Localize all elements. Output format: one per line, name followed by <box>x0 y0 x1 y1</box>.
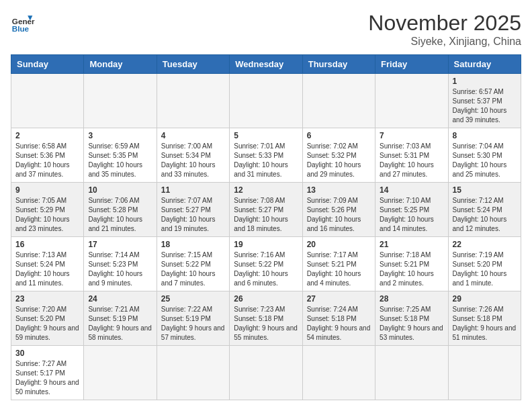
day-info: Sunrise: 7:15 AM Sunset: 5:22 PM Dayligh… <box>161 250 225 288</box>
calendar-cell: 9Sunrise: 7:05 AM Sunset: 5:29 PM Daylig… <box>11 183 84 237</box>
calendar-cell <box>157 74 229 128</box>
day-info: Sunrise: 7:22 AM Sunset: 5:19 PM Dayligh… <box>161 305 225 342</box>
day-number: 15 <box>453 185 517 195</box>
calendar-cell: 23Sunrise: 7:20 AM Sunset: 5:20 PM Dayli… <box>11 291 84 346</box>
calendar-week-row: 30Sunrise: 7:27 AM Sunset: 5:17 PM Dayli… <box>11 346 521 400</box>
calendar-cell <box>230 346 302 400</box>
day-number: 11 <box>161 185 225 195</box>
location-title: Siyeke, Xinjiang, China <box>368 36 521 48</box>
calendar-week-row: 23Sunrise: 7:20 AM Sunset: 5:20 PM Dayli… <box>11 291 521 346</box>
calendar-cell: 15Sunrise: 7:12 AM Sunset: 5:24 PM Dayli… <box>448 183 521 237</box>
calendar-cell: 17Sunrise: 7:14 AM Sunset: 5:23 PM Dayli… <box>84 237 157 291</box>
day-info: Sunrise: 6:59 AM Sunset: 5:35 PM Dayligh… <box>88 142 152 179</box>
weekday-header-row: SundayMondayTuesdayWednesdayThursdayFrid… <box>11 55 521 74</box>
day-info: Sunrise: 7:24 AM Sunset: 5:18 PM Dayligh… <box>307 305 371 342</box>
day-number: 2 <box>15 131 79 140</box>
calendar-cell: 1Sunrise: 6:57 AM Sunset: 5:37 PM Daylig… <box>448 74 521 128</box>
calendar-cell: 26Sunrise: 7:23 AM Sunset: 5:18 PM Dayli… <box>230 291 302 346</box>
calendar-cell <box>157 346 229 400</box>
month-title: November 2025 <box>368 11 521 36</box>
calendar-cell: 20Sunrise: 7:17 AM Sunset: 5:21 PM Dayli… <box>302 237 375 291</box>
day-info: Sunrise: 7:16 AM Sunset: 5:22 PM Dayligh… <box>234 250 298 288</box>
weekday-header-sunday: Sunday <box>11 55 84 74</box>
calendar-cell: 21Sunrise: 7:18 AM Sunset: 5:21 PM Dayli… <box>375 237 448 291</box>
day-number: 29 <box>453 294 517 304</box>
day-info: Sunrise: 7:20 AM Sunset: 5:20 PM Dayligh… <box>15 305 79 342</box>
day-number: 3 <box>88 131 152 140</box>
calendar-cell: 19Sunrise: 7:16 AM Sunset: 5:22 PM Dayli… <box>230 237 302 291</box>
day-info: Sunrise: 7:23 AM Sunset: 5:18 PM Dayligh… <box>234 305 298 342</box>
day-number: 18 <box>161 240 225 249</box>
calendar-cell: 30Sunrise: 7:27 AM Sunset: 5:17 PM Dayli… <box>11 346 84 400</box>
logo-icon: General Blue <box>11 11 35 35</box>
day-info: Sunrise: 7:27 AM Sunset: 5:17 PM Dayligh… <box>15 359 79 397</box>
weekday-header-thursday: Thursday <box>302 55 375 74</box>
day-info: Sunrise: 7:09 AM Sunset: 5:26 PM Dayligh… <box>307 196 371 234</box>
day-number: 24 <box>88 294 152 304</box>
calendar-cell <box>302 346 375 400</box>
calendar-cell <box>448 346 521 400</box>
svg-text:Blue: Blue <box>12 24 30 33</box>
calendar-cell <box>230 74 302 128</box>
logo: General Blue <box>11 11 35 35</box>
day-info: Sunrise: 7:07 AM Sunset: 5:27 PM Dayligh… <box>161 196 225 234</box>
calendar-cell: 10Sunrise: 7:06 AM Sunset: 5:28 PM Dayli… <box>84 183 157 237</box>
day-info: Sunrise: 7:25 AM Sunset: 5:18 PM Dayligh… <box>380 305 443 342</box>
calendar-cell <box>375 346 448 400</box>
day-number: 6 <box>307 131 371 140</box>
calendar-cell <box>302 74 375 128</box>
day-number: 28 <box>380 294 443 304</box>
calendar-cell <box>84 346 157 400</box>
day-number: 1 <box>453 77 517 86</box>
calendar-cell: 29Sunrise: 7:26 AM Sunset: 5:18 PM Dayli… <box>448 291 521 346</box>
calendar-cell: 27Sunrise: 7:24 AM Sunset: 5:18 PM Dayli… <box>302 291 375 346</box>
weekday-header-tuesday: Tuesday <box>157 55 229 74</box>
calendar-cell: 13Sunrise: 7:09 AM Sunset: 5:26 PM Dayli… <box>302 183 375 237</box>
day-number: 20 <box>307 240 371 249</box>
calendar-cell: 24Sunrise: 7:21 AM Sunset: 5:19 PM Dayli… <box>84 291 157 346</box>
calendar-cell: 22Sunrise: 7:19 AM Sunset: 5:20 PM Dayli… <box>448 237 521 291</box>
day-number: 12 <box>234 185 298 195</box>
day-info: Sunrise: 7:01 AM Sunset: 5:33 PM Dayligh… <box>234 142 298 179</box>
calendar: SundayMondayTuesdayWednesdayThursdayFrid… <box>11 54 521 400</box>
calendar-cell: 3Sunrise: 6:59 AM Sunset: 5:35 PM Daylig… <box>84 128 157 183</box>
calendar-cell: 2Sunrise: 6:58 AM Sunset: 5:36 PM Daylig… <box>11 128 84 183</box>
day-info: Sunrise: 7:00 AM Sunset: 5:34 PM Dayligh… <box>161 142 225 179</box>
title-area: November 2025 Siyeke, Xinjiang, China <box>368 11 521 48</box>
day-info: Sunrise: 7:18 AM Sunset: 5:21 PM Dayligh… <box>380 250 443 288</box>
day-info: Sunrise: 7:04 AM Sunset: 5:30 PM Dayligh… <box>453 142 517 179</box>
day-number: 14 <box>380 185 443 195</box>
calendar-week-row: 2Sunrise: 6:58 AM Sunset: 5:36 PM Daylig… <box>11 128 521 183</box>
calendar-cell: 12Sunrise: 7:08 AM Sunset: 5:27 PM Dayli… <box>230 183 302 237</box>
day-number: 30 <box>15 349 79 358</box>
day-number: 5 <box>234 131 298 140</box>
day-number: 4 <box>161 131 225 140</box>
day-number: 7 <box>380 131 443 140</box>
day-info: Sunrise: 7:13 AM Sunset: 5:24 PM Dayligh… <box>15 250 79 288</box>
calendar-cell: 16Sunrise: 7:13 AM Sunset: 5:24 PM Dayli… <box>11 237 84 291</box>
calendar-cell: 8Sunrise: 7:04 AM Sunset: 5:30 PM Daylig… <box>448 128 521 183</box>
day-number: 26 <box>234 294 298 304</box>
day-info: Sunrise: 6:58 AM Sunset: 5:36 PM Dayligh… <box>15 142 79 179</box>
day-number: 25 <box>161 294 225 304</box>
calendar-cell <box>84 74 157 128</box>
day-number: 9 <box>15 185 79 195</box>
calendar-cell <box>11 74 84 128</box>
calendar-cell: 6Sunrise: 7:02 AM Sunset: 5:32 PM Daylig… <box>302 128 375 183</box>
day-info: Sunrise: 7:10 AM Sunset: 5:25 PM Dayligh… <box>380 196 443 234</box>
calendar-cell: 28Sunrise: 7:25 AM Sunset: 5:18 PM Dayli… <box>375 291 448 346</box>
day-info: Sunrise: 7:05 AM Sunset: 5:29 PM Dayligh… <box>15 196 79 234</box>
day-info: Sunrise: 7:17 AM Sunset: 5:21 PM Dayligh… <box>307 250 371 288</box>
weekday-header-saturday: Saturday <box>448 55 521 74</box>
weekday-header-wednesday: Wednesday <box>230 55 302 74</box>
calendar-cell: 25Sunrise: 7:22 AM Sunset: 5:19 PM Dayli… <box>157 291 229 346</box>
day-number: 22 <box>453 240 517 249</box>
day-info: Sunrise: 7:12 AM Sunset: 5:24 PM Dayligh… <box>453 196 517 234</box>
calendar-week-row: 16Sunrise: 7:13 AM Sunset: 5:24 PM Dayli… <box>11 237 521 291</box>
day-info: Sunrise: 7:06 AM Sunset: 5:28 PM Dayligh… <box>88 196 152 234</box>
page-header: General Blue November 2025 Siyeke, Xinji… <box>11 11 521 48</box>
weekday-header-monday: Monday <box>84 55 157 74</box>
calendar-week-row: 9Sunrise: 7:05 AM Sunset: 5:29 PM Daylig… <box>11 183 521 237</box>
calendar-cell: 14Sunrise: 7:10 AM Sunset: 5:25 PM Dayli… <box>375 183 448 237</box>
weekday-header-friday: Friday <box>375 55 448 74</box>
